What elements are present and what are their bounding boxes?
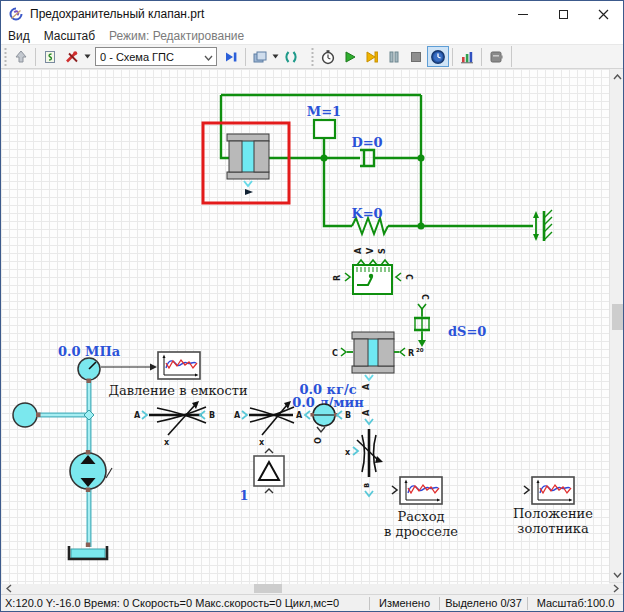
port-label: A: [354, 247, 363, 254]
close-icon: [598, 9, 609, 20]
layers-icon: [252, 49, 268, 65]
piston-component[interactable]: [227, 134, 269, 195]
toolbar: 0 - Схема ГПС: [1, 44, 623, 69]
status-selected-count: Выделено 0/37: [439, 597, 527, 610]
chevron-right-icon: [613, 584, 619, 593]
scope-flow[interactable]: [392, 477, 442, 504]
position-sensor[interactable]: C: [414, 294, 430, 347]
port-label: C: [420, 294, 429, 300]
piston-arrow-icon: [245, 189, 253, 195]
port-marker: [86, 543, 91, 548]
tools-button[interactable]: [61, 46, 83, 67]
tools-dropdown-arrow[interactable]: [83, 46, 92, 67]
schematic-canvas[interactable]: M=1 D=0 K=0: [1, 69, 609, 584]
accumulator[interactable]: [13, 403, 41, 427]
step-button[interactable]: [361, 46, 383, 67]
pressure-value-label: 0.0 МПа: [58, 344, 121, 359]
port-marker: [86, 450, 91, 455]
menu-mode-label: Режим: Редактирование: [102, 29, 251, 43]
maximize-button[interactable]: [543, 1, 583, 27]
tank[interactable]: [69, 543, 107, 560]
toolbar-grip[interactable]: [3, 48, 8, 66]
combobox-chevron-icon: [204, 51, 216, 63]
scope-position-caption-2: золотника: [517, 521, 589, 536]
vertical-scrollbar[interactable]: [609, 69, 624, 582]
scope-position[interactable]: [524, 477, 574, 504]
pause-button[interactable]: [383, 46, 405, 67]
scope-pressure[interactable]: [158, 352, 200, 379]
mass-block[interactable]: M=1: [307, 104, 341, 138]
layers-dropdown-arrow[interactable]: [271, 46, 280, 67]
move-up-button[interactable]: [10, 46, 32, 67]
parentheses-icon: [283, 49, 299, 65]
title-bar: Предохранительный клапан.prt: [1, 1, 623, 27]
stopwatch-icon: [320, 49, 336, 65]
snapshot-button[interactable]: [485, 46, 507, 67]
port-marker: [311, 413, 315, 417]
horizontal-scroll-thumb[interactable]: [254, 584, 282, 593]
scroll-left-button[interactable]: [1, 583, 16, 594]
script-button[interactable]: [39, 46, 61, 67]
port-label: A: [296, 411, 303, 420]
app-logo-icon: [8, 6, 24, 22]
maximize-icon: [559, 10, 568, 19]
step-into-button[interactable]: [220, 46, 242, 67]
scroll-up-button[interactable]: [610, 69, 624, 84]
port-label: C: [332, 349, 338, 358]
timer-button[interactable]: [317, 46, 339, 67]
status-modified: Изменено: [369, 597, 439, 610]
vertical-scroll-track[interactable]: [610, 84, 624, 567]
wrench-icon: [64, 49, 80, 65]
flow-meter[interactable]: A B O: [296, 404, 351, 444]
throttle-valve-2[interactable]: A x: [234, 401, 294, 447]
vertical-scroll-thumb[interactable]: [612, 304, 623, 330]
ds-label: dS=0: [448, 324, 486, 339]
toolbar-grip[interactable]: [310, 48, 315, 66]
clock-icon: [430, 49, 446, 65]
toolbar-separator: [35, 48, 36, 66]
control-block[interactable]: A V S R C: [333, 247, 413, 294]
menu-view[interactable]: Вид: [1, 29, 37, 43]
toolbar-separator: [481, 48, 482, 66]
control-port-label: x: [259, 438, 265, 447]
port-label: A: [134, 411, 141, 420]
port-superscript: 20: [416, 347, 424, 353]
throttle-valve-vertical[interactable]: A x в: [345, 409, 383, 496]
signal-wire[interactable]: [101, 364, 157, 371]
throttle-valve-1[interactable]: A x B: [134, 401, 215, 447]
port-label: C: [404, 274, 413, 280]
charts-button[interactable]: [456, 46, 478, 67]
chevron-down-icon: [272, 54, 279, 59]
run-button[interactable]: [339, 46, 361, 67]
step-into-icon: [223, 49, 239, 65]
scope-flow-caption-1: Расход: [398, 509, 445, 524]
gain-block[interactable]: [254, 449, 284, 493]
minimize-button[interactable]: [503, 1, 543, 27]
piston-port-chevron-icon: [244, 181, 252, 186]
port-label: A: [234, 411, 241, 420]
scheme-select[interactable]: 0 - Схема ГПС: [95, 47, 217, 66]
realtime-clock-button[interactable]: [427, 46, 449, 67]
stop-button[interactable]: [405, 46, 427, 67]
pump[interactable]: [70, 450, 112, 492]
port-label: B: [345, 411, 351, 420]
chevron-down-icon: [613, 572, 622, 578]
close-button[interactable]: [583, 1, 623, 27]
code-view-button[interactable]: [280, 46, 302, 67]
pressure-gauge[interactable]: [78, 358, 100, 383]
play-icon: [342, 49, 358, 65]
scroll-right-button[interactable]: [608, 583, 623, 594]
menu-scale[interactable]: Масштаб: [37, 29, 102, 43]
window-title: Предохранительный клапан.prt: [30, 7, 503, 21]
scroll-down-button[interactable]: [610, 567, 624, 582]
pipe-tee-junction: [84, 410, 94, 420]
horizontal-scroll-track[interactable]: [16, 583, 608, 594]
chevron-left-icon: [6, 584, 12, 593]
scope-pressure-caption: Давление в емкости: [108, 383, 247, 398]
port-label: R: [408, 349, 414, 358]
layers-button[interactable]: [249, 46, 271, 67]
fixed-wall[interactable]: [533, 210, 552, 241]
mass-label: M=1: [307, 104, 341, 119]
horizontal-scrollbar[interactable]: [1, 582, 623, 594]
damper[interactable]: [360, 150, 374, 166]
